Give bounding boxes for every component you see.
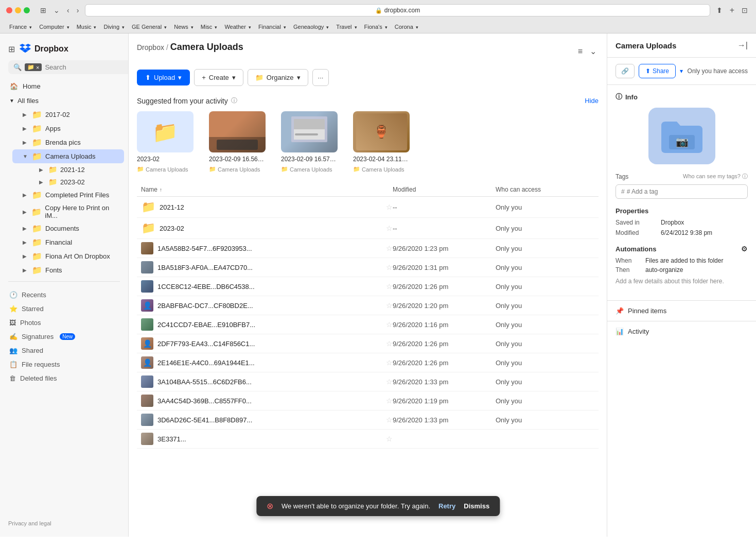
bookmark-travel[interactable]: Travel ▾ (333, 23, 360, 31)
col-modified-header[interactable]: Modified (393, 186, 496, 193)
suggested-item-img3[interactable]: 🏺 2023-02-04 23.11.09.jpg 📁 Camera Uploa… (353, 111, 415, 173)
bookmark-weather[interactable]: Weather ▾ (221, 23, 254, 31)
table-row[interactable]: 3A104BAA-5515...6C6D2FB6... ☆ 9/26/2020 … (137, 372, 599, 391)
more-options-button[interactable]: ··· (312, 69, 329, 86)
share-button[interactable]: ⬆ Share (639, 64, 676, 78)
activity-section[interactable]: 📊 Activity (607, 321, 756, 341)
table-row[interactable]: 📁 2023-02 ☆ -- Only you (137, 218, 599, 239)
table-row[interactable]: 1CCE8C12-4EBE...DB6C4538... ☆ 9/26/2020 … (137, 277, 599, 296)
share-link-button[interactable]: 🔗 (616, 64, 635, 78)
star-toggle-icon[interactable]: ☆ (386, 416, 393, 424)
toast-dismiss-button[interactable]: Dismiss (464, 502, 489, 510)
star-toggle-icon[interactable]: ☆ (386, 378, 393, 386)
sidebar-item-home[interactable]: 🏠 Home (4, 78, 124, 94)
sidebar-item-deleted[interactable]: 🗑 Deleted files (4, 371, 124, 385)
close-button[interactable] (6, 7, 12, 13)
tree-financial[interactable]: ▶ 📁 Financial (4, 235, 124, 249)
list-view-button[interactable]: ≡ (576, 44, 585, 58)
table-row[interactable]: 👤 2BABFBAC-DC7...CF80BD2E... ☆ 9/26/2020… (137, 296, 599, 315)
table-row[interactable]: 1BA518F3-AF0A...EA47CD70... ☆ 9/26/2020 … (137, 258, 599, 277)
tab-group-btn[interactable]: ⌄ (51, 5, 62, 15)
tree-apps[interactable]: ▶ 📁 Apps (4, 122, 124, 135)
table-row[interactable]: 1A5A58B2-54F7...6F9203953... ☆ 9/26/2020… (137, 239, 599, 258)
bookmark-france[interactable]: France ▾ (6, 23, 35, 31)
bookmark-music[interactable]: Music ▾ (74, 23, 100, 31)
sidebar-item-file-requests[interactable]: 📋 File requests (4, 357, 124, 371)
hide-suggested-button[interactable]: Hide (585, 97, 599, 105)
table-row[interactable]: 2C41CCD7-EBAE...E910BFB7... ☆ 9/26/2020 … (137, 315, 599, 334)
tag-input[interactable] (627, 188, 742, 195)
sidebar-item-shared[interactable]: 👥 Shared (4, 344, 124, 357)
star-toggle-icon[interactable]: ☆ (386, 282, 393, 290)
share-browser-button[interactable]: ⬆ (714, 5, 725, 16)
bookmark-computer[interactable]: Computer ▾ (36, 23, 72, 31)
bookmark-news[interactable]: News ▾ (171, 23, 197, 31)
new-tab-button[interactable]: + (728, 5, 736, 16)
panel-close-button[interactable]: →| (737, 41, 748, 50)
breadcrumb-parent[interactable]: Dropbox (137, 43, 164, 52)
search-box[interactable]: 🔍 📁 × (8, 60, 129, 74)
tree-copy-here[interactable]: ▶ 📁 Copy Here to Print on iM... (4, 202, 124, 221)
suggested-item-img1[interactable]: 2023-02-09 16.56.58.png 📁 Camera Uploads (209, 111, 271, 173)
table-row[interactable]: 3E3371... ☆ (137, 430, 599, 449)
pinned-items-section[interactable]: 📌 Pinned items (607, 300, 756, 321)
table-row[interactable]: 3D6AD26C-5E41...B8F8D897... ☆ 9/26/2020 … (137, 411, 599, 430)
star-toggle-icon[interactable]: ☆ (386, 263, 393, 271)
sidebar-toggle-button[interactable]: ⊞ (38, 5, 48, 15)
minimize-button[interactable] (15, 7, 21, 13)
bookmark-fionas[interactable]: Fiona's ▾ (361, 23, 391, 31)
tree-2021-12[interactable]: ▶ 📁 2021-12 (12, 163, 124, 176)
tab-overview-button[interactable]: ⊡ (740, 5, 750, 16)
share-dropdown-button[interactable]: ▾ (680, 67, 683, 75)
col-access-header[interactable]: Who can access (496, 186, 599, 193)
back-button[interactable]: ‹ (65, 5, 72, 15)
bookmark-geneaology[interactable]: Geneaology ▾ (290, 23, 332, 31)
filter-close-icon[interactable]: × (36, 64, 39, 71)
forward-button[interactable]: › (75, 5, 81, 15)
maximize-button[interactable] (24, 7, 30, 13)
organize-button[interactable]: 📁 Organize ▾ (248, 69, 308, 86)
view-toggle-btn[interactable]: ⌄ (588, 44, 599, 58)
search-input[interactable] (45, 63, 129, 71)
toast-retry-button[interactable]: Retry (438, 502, 455, 510)
create-button[interactable]: + Create ▾ (194, 69, 243, 86)
tree-camera-uploads[interactable]: ▼ 📁 Camera Uploads ▶ 📁 2021-12 ▶ 📁 2 (4, 149, 124, 188)
address-bar[interactable]: 🔒 dropbox.com (85, 4, 710, 16)
tree-brenda-pics[interactable]: ▶ 📁 Brenda pics (4, 135, 124, 149)
table-row[interactable]: 👤 2DF7F793-EA43...C14F856C1... ☆ 9/26/20… (137, 334, 599, 353)
privacy-legal[interactable]: Privacy and legal (0, 516, 128, 531)
star-toggle-icon[interactable]: ☆ (386, 224, 393, 232)
bookmark-misc[interactable]: Misc ▾ (198, 23, 221, 31)
tree-fonts[interactable]: ▶ 📁 Fonts (4, 263, 124, 277)
tree-2017-02[interactable]: ▶ 📁 2017-02 (4, 108, 124, 122)
bookmark-corona[interactable]: Corona ▾ (392, 23, 421, 31)
sidebar-item-starred[interactable]: ⭐ Starred (4, 302, 124, 316)
star-toggle-icon[interactable]: ☆ (386, 339, 393, 348)
bookmark-financial[interactable]: Financial ▾ (255, 23, 289, 31)
tree-documents[interactable]: ▶ 📁 Documents (4, 221, 124, 235)
col-name-header[interactable]: Name ↑ (137, 186, 393, 193)
table-row[interactable]: 3AA4C54D-369B...C8557FF0... ☆ 9/26/2020 … (137, 391, 599, 411)
star-toggle-icon[interactable]: ☆ (386, 203, 393, 211)
sidebar-item-recents[interactable]: 🕐 Recents (4, 288, 124, 302)
sidebar-item-signatures[interactable]: ✍ Signatures New (4, 330, 124, 344)
tree-2023-02[interactable]: ▶ 📁 2023-02 (12, 176, 124, 188)
star-toggle-icon[interactable]: ☆ (386, 320, 393, 329)
all-files-header[interactable]: ▼ All files (4, 94, 124, 108)
grid-menu-button[interactable]: ⊞ (8, 44, 15, 54)
suggested-item-img2[interactable]: 2023-02-09 16.57.53.png 📁 Camera Uploads (281, 111, 343, 173)
star-toggle-icon[interactable]: ☆ (386, 244, 393, 252)
table-row[interactable]: 📁 2021-12 ☆ -- Only you (137, 197, 599, 218)
star-toggle-icon[interactable]: ☆ (386, 358, 393, 367)
upload-button[interactable]: ⬆ Upload ▾ (137, 70, 190, 86)
tree-completed-print[interactable]: ▶ 📁 Completed Print Files (4, 188, 124, 202)
star-toggle-icon[interactable]: ☆ (386, 397, 393, 405)
suggested-item-folder[interactable]: 📁 2023-02 📁 Camera Uploads (137, 111, 199, 173)
table-row[interactable]: 👤 2E146E1E-A4C0...69A1944E1... ☆ 9/26/20… (137, 353, 599, 372)
automations-gear-button[interactable]: ⚙ (741, 245, 748, 253)
sidebar-item-photos[interactable]: 🖼 Photos (4, 316, 124, 330)
bookmark-ge-general[interactable]: GE General ▾ (129, 23, 170, 31)
star-toggle-icon[interactable]: ☆ (386, 301, 393, 310)
bookmark-diving[interactable]: Diving ▾ (100, 23, 128, 31)
tag-input-box[interactable]: # (616, 184, 748, 199)
